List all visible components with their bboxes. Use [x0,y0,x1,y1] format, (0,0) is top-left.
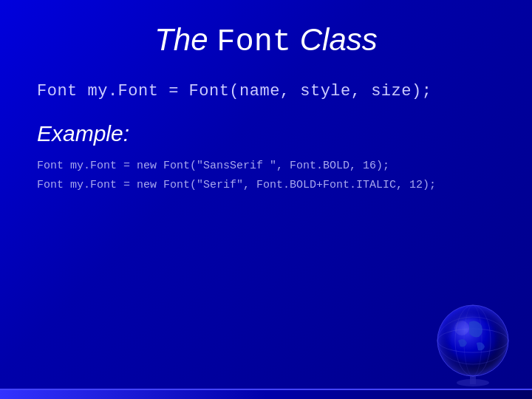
example-heading: Example: [37,121,495,146]
main-code-line: Font my.Font = Font(name, style, size); [37,82,495,100]
bottom-bar [0,389,532,399]
globe-decoration [429,300,517,389]
slide: The Font Class Font my.Font = Font(name,… [0,0,532,399]
example-line-1: Font my.Font = new Font("SansSerif ", Fo… [37,157,495,176]
title-part2: Font [216,24,291,60]
title-part3: Class [291,22,378,57]
example-code-block: Font my.Font = new Font("SansSerif ", Fo… [37,157,495,194]
title-part1: The [154,22,216,57]
example-line-2: Font my.Font = new Font("Serif", Font.BO… [37,176,495,195]
slide-title: The Font Class [37,22,495,60]
svg-point-8 [437,305,508,376]
